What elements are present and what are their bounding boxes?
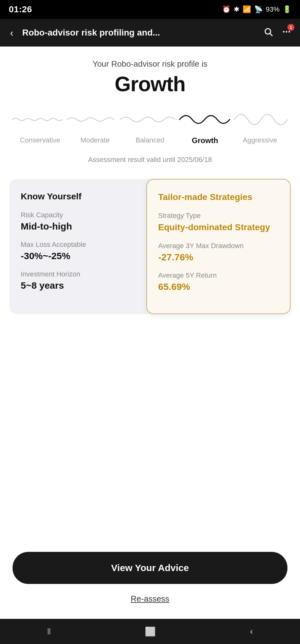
nav-icons: 1 — [262, 26, 292, 40]
risk-capacity-value: Mid-to-high — [21, 221, 141, 232]
investment-horizon-value: 5~8 years — [21, 280, 141, 291]
card-right-heading: Tailor-made Strategies — [158, 192, 279, 202]
card-tailor-made: Tailor-made Strategies Strategy Type Equ… — [146, 179, 291, 314]
back-button[interactable]: ‹ — [8, 25, 16, 41]
avg-return-value: 65.69% — [158, 281, 279, 292]
risk-label-balanced: Balanced — [123, 136, 177, 145]
max-drawdown-value: -27.76% — [158, 252, 279, 263]
svg-point-2 — [283, 31, 285, 32]
risk-capacity-label: Risk Capacity — [21, 211, 141, 219]
nav-title: Robo-advisor risk profiling and... — [22, 28, 257, 38]
more-options-button[interactable]: 1 — [281, 26, 292, 40]
bluetooth-icon: ✱ — [234, 5, 239, 14]
reassess-button[interactable]: Re-assess — [128, 591, 172, 606]
strategy-type-label: Strategy Type — [158, 212, 279, 220]
bottom-nav-bar: ⦀ ⬜ ‹ — [0, 619, 300, 644]
svg-point-3 — [286, 31, 287, 32]
search-button[interactable] — [262, 26, 274, 40]
wifi-icon: 📶 — [243, 5, 251, 14]
strategy-type-value: Equity-dominated Strategy — [158, 222, 279, 233]
notification-badge: 1 — [287, 24, 294, 31]
status-bar: 01:26 ⏰ ✱ 📶 📡 93% 🔋 — [0, 0, 300, 19]
svg-line-1 — [270, 33, 272, 36]
risk-label-aggressive: Aggressive — [232, 136, 287, 145]
avg-return-label: Average 5Y Return — [158, 271, 279, 280]
max-drawdown-label: Average 3Y Max Drawdown — [158, 242, 279, 250]
nav-home-icon[interactable]: ⬜ — [145, 626, 156, 637]
main-content: Your Robo-advisor risk profile is Growth… — [0, 47, 300, 552]
validity-text: Assessment result valid until 2025/06/18 — [88, 156, 212, 164]
bottom-section: View Your Advice Re-assess — [0, 552, 300, 619]
max-loss-label: Max Loss Acceptable — [21, 241, 141, 249]
card-left-heading: Know Yourself — [21, 192, 141, 202]
battery-text: 93% — [266, 5, 280, 14]
signal-icon: 📡 — [254, 5, 263, 14]
alarm-icon: ⏰ — [222, 5, 231, 14]
nav-menu-icon[interactable]: ⦀ — [47, 626, 51, 637]
status-time: 01:26 — [9, 4, 32, 14]
risk-labels: Conservative Moderate Balanced Growth Ag… — [9, 136, 291, 145]
investment-horizon-label: Investment Horizon — [21, 270, 141, 278]
risk-label-moderate: Moderate — [68, 136, 123, 145]
max-loss-value: -30%~-25% — [21, 251, 141, 261]
card-know-yourself: Know Yourself Risk Capacity Mid-to-high … — [9, 179, 153, 314]
risk-label-conservative: Conservative — [13, 136, 68, 145]
battery-icon: 🔋 — [283, 5, 291, 14]
status-icons: ⏰ ✱ 📶 📡 93% 🔋 — [222, 5, 291, 14]
profile-subtitle: Your Robo-advisor risk profile is — [92, 59, 207, 69]
cards-row: Know Yourself Risk Capacity Mid-to-high … — [9, 179, 291, 314]
view-advice-button[interactable]: View Your Advice — [13, 552, 287, 584]
wave-chart: Conservative Moderate Balanced Growth Ag… — [9, 102, 291, 145]
profile-title: Growth — [115, 72, 185, 96]
risk-label-growth: Growth — [177, 136, 232, 145]
nav-bar: ‹ Robo-advisor risk profiling and... 1 — [0, 19, 300, 47]
nav-back-icon[interactable]: ‹ — [250, 626, 253, 636]
svg-point-4 — [288, 31, 290, 32]
